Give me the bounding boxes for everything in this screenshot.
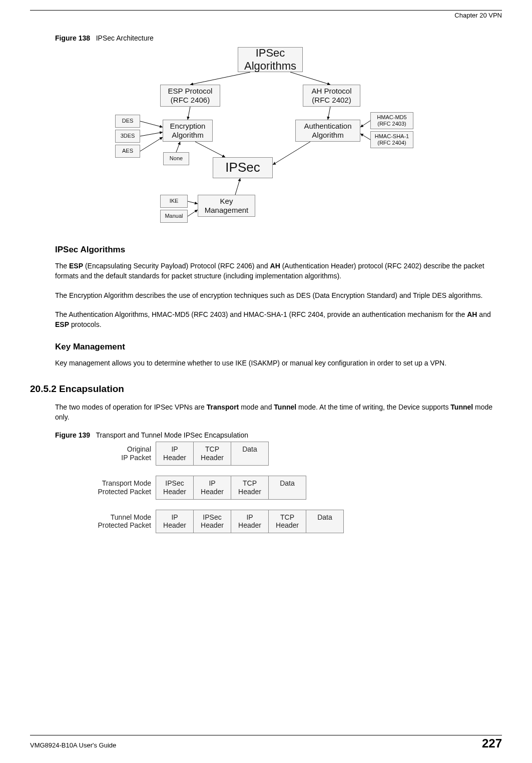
packet-label: Tunnel Mode Protected Packet bbox=[85, 513, 151, 530]
paragraph-key-management: Key management allows you to determine w… bbox=[55, 358, 502, 368]
box-des: DES bbox=[115, 115, 140, 128]
chapter-header: Chapter 20 VPN bbox=[30, 12, 502, 19]
packet-row: Transport Mode Protected PacketIPSec Hea… bbox=[85, 476, 502, 500]
top-rule bbox=[30, 10, 502, 11]
ipsec-architecture-diagram: IPSec Algorithms ESP Protocol (RFC 2406)… bbox=[110, 45, 430, 230]
packet-label: Transport Mode Protected Packet bbox=[85, 479, 151, 496]
box-hmac-md5: HMAC-MD5 (RFC 2403) bbox=[370, 112, 413, 129]
figure-139-title: Transport and Tunnel Mode IPSec Encapsul… bbox=[96, 431, 248, 439]
footer-guide-name: VMG8924-B10A User's Guide bbox=[30, 741, 116, 749]
packet-label: Original IP Packet bbox=[85, 445, 151, 462]
packet-cells: IPSec HeaderIP HeaderTCP HeaderData bbox=[156, 476, 306, 500]
packet-cell: TCP Header bbox=[193, 442, 231, 466]
paragraph-ipsec-algorithms-3: The Authentication Algorithms, HMAC-MD5 … bbox=[55, 309, 502, 330]
box-ipsec: IPSec bbox=[213, 157, 273, 178]
packet-cell: Data bbox=[306, 510, 344, 534]
footer-page-number: 227 bbox=[482, 736, 502, 750]
packet-cell: IP Header bbox=[231, 510, 269, 534]
box-key-management: Key Management bbox=[198, 195, 255, 217]
packet-cell: IPSec Header bbox=[193, 510, 231, 534]
footer: VMG8924-B10A User's Guide 227 bbox=[30, 736, 502, 750]
figure-138-number: Figure 138 bbox=[55, 34, 90, 42]
paragraph-ipsec-algorithms-2: The Encryption Algorithm describes the u… bbox=[55, 290, 502, 300]
box-esp-protocol: ESP Protocol (RFC 2406) bbox=[160, 85, 220, 107]
box-3des: 3DES bbox=[115, 130, 140, 143]
paragraph-encapsulation: The two modes of operation for IPSec VPN… bbox=[55, 402, 502, 423]
box-aes: AES bbox=[115, 145, 140, 158]
packet-cell: IP Header bbox=[193, 476, 231, 500]
box-ike: IKE bbox=[160, 195, 188, 208]
heading-key-management: Key Management bbox=[55, 342, 502, 352]
packet-cells: IP HeaderIPSec HeaderIP HeaderTCP Header… bbox=[156, 510, 344, 534]
packet-cell: IPSec Header bbox=[156, 476, 194, 500]
packet-cell: TCP Header bbox=[231, 476, 269, 500]
figure-139-number: Figure 139 bbox=[55, 431, 90, 439]
packet-row: Tunnel Mode Protected PacketIP HeaderIPS… bbox=[85, 510, 502, 534]
box-none: None bbox=[163, 152, 189, 165]
paragraph-ipsec-algorithms-1: The ESP (Encapsulating Security Payload)… bbox=[55, 261, 502, 281]
figure-139-diagram: Original IP PacketIP HeaderTCP HeaderDat… bbox=[85, 442, 502, 533]
figure-139-caption: Figure 139 Transport and Tunnel Mode IPS… bbox=[55, 431, 502, 439]
packet-cell: IP Header bbox=[156, 442, 194, 466]
packet-cell: Data bbox=[231, 442, 269, 466]
packet-cell: TCP Header bbox=[268, 510, 306, 534]
packet-cells: IP HeaderTCP HeaderData bbox=[156, 442, 269, 466]
content-block: Figure 138 IPSec Architecture IPSec Algo… bbox=[55, 34, 502, 533]
bottom-rule bbox=[30, 735, 502, 735]
box-ah-protocol: AH Protocol (RFC 2402) bbox=[303, 85, 360, 107]
box-encryption-algorithm: Encryption Algorithm bbox=[163, 120, 213, 142]
box-hmac-sha1: HMAC-SHA-1 (RFC 2404) bbox=[370, 131, 413, 148]
box-authentication-algorithm: Authentication Algorithm bbox=[295, 120, 360, 142]
heading-encapsulation: 20.5.2 Encapsulation bbox=[30, 384, 502, 395]
figure-138-caption: Figure 138 IPSec Architecture bbox=[55, 34, 502, 42]
box-ipsec-algorithms: IPSec Algorithms bbox=[238, 47, 303, 72]
packet-cell: Data bbox=[268, 476, 306, 500]
figure-138-title: IPSec Architecture bbox=[96, 34, 154, 42]
page: Chapter 20 VPN Figure 138 IPSec Architec… bbox=[0, 0, 532, 763]
box-manual: Manual bbox=[160, 210, 188, 223]
packet-row: Original IP PacketIP HeaderTCP HeaderDat… bbox=[85, 442, 502, 466]
packet-cell: IP Header bbox=[156, 510, 194, 534]
heading-ipsec-algorithms: IPSec Algorithms bbox=[55, 245, 502, 255]
